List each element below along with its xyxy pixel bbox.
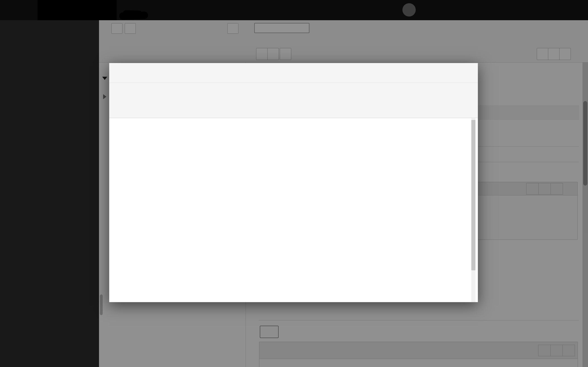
grid-menu-icon: [7, 6, 15, 14]
logo[interactable]: [37, 0, 117, 20]
user-icon: [405, 5, 414, 15]
clear-cache-bolt-icon[interactable]: [351, 6, 360, 14]
new-content-element-modal: [109, 63, 478, 302]
pagetree-toggle-button[interactable]: [19, 0, 36, 20]
list-tree-icon: [24, 6, 32, 14]
modules-menu-button[interactable]: [3, 0, 19, 20]
redaction-scribble: [119, 11, 148, 20]
modal-body: [109, 118, 478, 302]
bookmark-star-icon[interactable]: [333, 6, 341, 14]
element-column-left: [117, 124, 292, 302]
search-icon: [458, 6, 466, 14]
help-icon[interactable]: [369, 6, 377, 14]
topbar: [0, 0, 588, 20]
modal-scrollbar-thumb[interactable]: [471, 120, 475, 270]
search-input[interactable]: [458, 6, 470, 14]
modal-tabs: [109, 83, 478, 118]
module-sidebar: [0, 20, 99, 367]
modal-scrollbar[interactable]: [471, 118, 475, 302]
close-icon[interactable]: [465, 72, 470, 74]
systeminfo-icon[interactable]: [386, 6, 395, 14]
modal-header: [109, 63, 478, 83]
avatar[interactable]: [402, 3, 416, 17]
